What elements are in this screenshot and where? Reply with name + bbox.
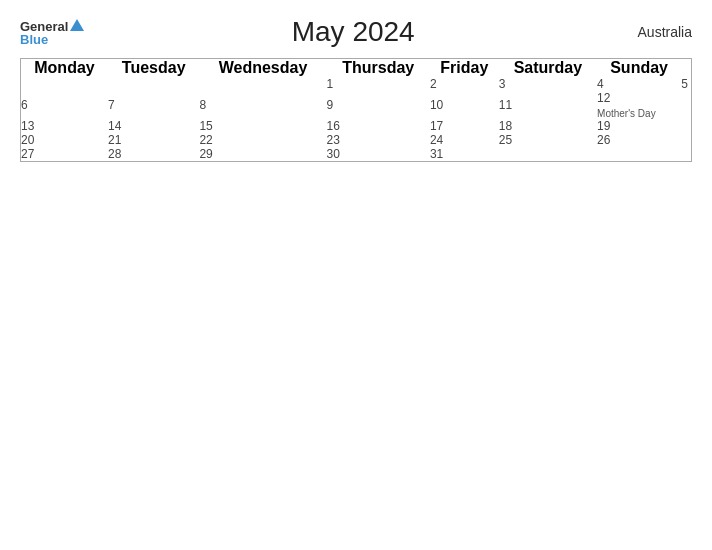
- calendar-table: Monday Tuesday Wednesday Thursday Friday…: [20, 58, 692, 162]
- day-number: 25: [499, 133, 597, 147]
- calendar-day-cell: 16: [327, 119, 430, 133]
- calendar-day-cell: [199, 77, 326, 91]
- calendar-day-cell: 21: [108, 133, 199, 147]
- calendar-day-cell: [499, 147, 597, 162]
- calendar-week-row: 13141516171819: [21, 119, 692, 133]
- holiday-label: Mother's Day: [597, 108, 681, 119]
- day-number: 3: [499, 77, 597, 91]
- day-number: 27: [21, 147, 108, 161]
- calendar-day-cell: 11: [499, 91, 597, 119]
- day-number: 10: [430, 98, 499, 112]
- day-number: 12: [597, 91, 681, 105]
- day-number: 9: [327, 98, 430, 112]
- col-saturday: Saturday: [499, 59, 597, 78]
- day-number: 23: [327, 133, 430, 147]
- day-number: 19: [597, 119, 681, 133]
- calendar-day-cell: 14: [108, 119, 199, 133]
- calendar-week-row: 6789101112Mother's Day: [21, 91, 692, 119]
- day-number: 8: [199, 98, 326, 112]
- calendar-day-cell: 9: [327, 91, 430, 119]
- calendar-day-cell: 15: [199, 119, 326, 133]
- calendar-day-cell: 7: [108, 91, 199, 119]
- calendar-title: May 2024: [84, 16, 622, 48]
- day-number: 6: [21, 98, 108, 112]
- day-number: 13: [21, 119, 108, 133]
- day-number: 11: [499, 98, 597, 112]
- day-number: 14: [108, 119, 199, 133]
- calendar-page: General Blue May 2024 Australia Monday T…: [0, 0, 712, 550]
- logo-triangle-icon: [70, 19, 84, 31]
- calendar-week-row: 2728293031: [21, 147, 692, 162]
- calendar-day-cell: [21, 77, 108, 91]
- col-friday: Friday: [430, 59, 499, 78]
- day-number: 16: [327, 119, 430, 133]
- calendar-day-cell: 31: [430, 147, 499, 162]
- calendar-day-cell: 10: [430, 91, 499, 119]
- calendar-day-cell: 25: [499, 133, 597, 147]
- calendar-day-cell: 24: [430, 133, 499, 147]
- calendar-day-cell: 13: [21, 119, 108, 133]
- calendar-day-cell: 20: [21, 133, 108, 147]
- day-number: 20: [21, 133, 108, 147]
- day-number: 17: [430, 119, 499, 133]
- calendar-day-cell: 28: [108, 147, 199, 162]
- day-number: 30: [327, 147, 430, 161]
- day-number: 22: [199, 133, 326, 147]
- calendar-day-cell: 1: [327, 77, 430, 91]
- logo-blue: Blue: [20, 33, 84, 46]
- day-number: 2: [430, 77, 499, 91]
- calendar-day-cell: 17: [430, 119, 499, 133]
- calendar-day-cell: 5: [681, 77, 691, 91]
- day-number: 24: [430, 133, 499, 147]
- col-monday: Monday: [21, 59, 108, 78]
- col-tuesday: Tuesday: [108, 59, 199, 78]
- calendar-day-cell: 8: [199, 91, 326, 119]
- day-number: 4: [597, 77, 681, 91]
- calendar-day-cell: 18: [499, 119, 597, 133]
- calendar-day-cell: 26: [597, 133, 681, 147]
- calendar-day-cell: 3: [499, 77, 597, 91]
- country-label: Australia: [622, 24, 692, 40]
- calendar-header-row: Monday Tuesday Wednesday Thursday Friday…: [21, 59, 692, 78]
- day-number: 26: [597, 133, 681, 147]
- calendar-week-row: 12345: [21, 77, 692, 91]
- calendar-day-cell: 27: [21, 147, 108, 162]
- calendar-day-cell: 12Mother's Day: [597, 91, 681, 119]
- calendar-day-cell: [108, 77, 199, 91]
- logo-general: General: [20, 20, 68, 33]
- day-number: 18: [499, 119, 597, 133]
- day-number: 1: [327, 77, 430, 91]
- calendar-day-cell: 2: [430, 77, 499, 91]
- calendar-day-cell: 29: [199, 147, 326, 162]
- day-number: 21: [108, 133, 199, 147]
- logo: General Blue: [20, 19, 84, 46]
- col-wednesday: Wednesday: [199, 59, 326, 78]
- calendar-week-row: 20212223242526: [21, 133, 692, 147]
- calendar-day-cell: [597, 147, 681, 162]
- day-number: 15: [199, 119, 326, 133]
- day-number: 7: [108, 98, 199, 112]
- calendar-day-cell: 23: [327, 133, 430, 147]
- calendar-day-cell: 30: [327, 147, 430, 162]
- calendar-day-cell: 4: [597, 77, 681, 91]
- calendar-day-cell: 6: [21, 91, 108, 119]
- col-sunday: Sunday: [597, 59, 681, 78]
- calendar-day-cell: 19: [597, 119, 681, 133]
- day-number: 28: [108, 147, 199, 161]
- day-number: 29: [199, 147, 326, 161]
- day-number: 5: [681, 77, 691, 91]
- day-number: 31: [430, 147, 499, 161]
- calendar-day-cell: 22: [199, 133, 326, 147]
- col-thursday: Thursday: [327, 59, 430, 78]
- header: General Blue May 2024 Australia: [20, 16, 692, 48]
